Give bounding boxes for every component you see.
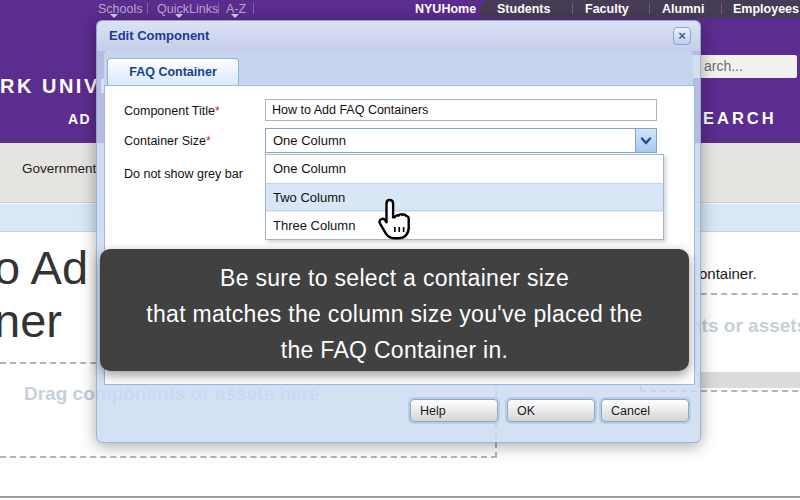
- edit-component-dialog: Edit Component × FAQ Container Component…: [96, 20, 701, 443]
- nav-item-nyuhome[interactable]: NYUHome: [415, 2, 476, 16]
- callout-line: Be sure to select a container size: [100, 260, 689, 296]
- grey-bar-label: Do not show grey bar: [124, 167, 243, 181]
- option-one-column[interactable]: One Column: [266, 155, 663, 183]
- page-heading-line1: o Ad: [0, 240, 88, 295]
- container-size-label: Container Size*: [124, 134, 211, 148]
- container-size-combobox[interactable]: One Column: [265, 128, 657, 153]
- cancel-button[interactable]: Cancel: [601, 399, 689, 422]
- combobox-trigger[interactable]: [635, 129, 656, 152]
- close-icon[interactable]: ×: [673, 27, 691, 45]
- component-title-label: Component Title*: [124, 104, 220, 118]
- nav-separator: [253, 3, 254, 14]
- nav-separator: [649, 3, 650, 14]
- grey-bar-component: [697, 372, 800, 388]
- page-bottom-divider: [0, 496, 800, 498]
- combobox-value: One Column: [273, 133, 346, 148]
- nav-separator: [218, 3, 219, 14]
- nav-item-government[interactable]: Government: [22, 161, 96, 176]
- chevron-down-icon: [640, 136, 652, 146]
- callout-line: the FAQ Container in.: [100, 332, 689, 368]
- nav-separator: [572, 3, 573, 14]
- ok-button[interactable]: OK: [507, 399, 595, 422]
- callout-line: that matches the column size you've plac…: [100, 296, 689, 332]
- nav-item-alumni[interactable]: Alumni: [662, 2, 704, 16]
- nav-item-employees[interactable]: Employees: [733, 2, 799, 16]
- nav-item-students[interactable]: Students: [497, 2, 550, 16]
- search-placeholder: arch...: [704, 58, 743, 74]
- component-title-field[interactable]: [265, 99, 657, 121]
- required-asterisk: *: [215, 104, 220, 118]
- nav-item-faculty[interactable]: Faculty: [585, 2, 629, 16]
- nav-item-schools[interactable]: Schools: [98, 2, 142, 16]
- utility-nav-bar: Schools QuickLinks A-Z NYUHome Students …: [0, 0, 800, 18]
- option-three-column[interactable]: Three Column: [266, 211, 663, 239]
- instruction-callout: Be sure to select a container size that …: [100, 249, 689, 371]
- tab-faq-container[interactable]: FAQ Container: [107, 58, 239, 85]
- required-asterisk: *: [206, 134, 211, 148]
- hand-cursor-icon: [373, 197, 415, 245]
- nav-item-quicklinks[interactable]: QuickLinks: [157, 2, 218, 16]
- option-two-column[interactable]: Two Column: [266, 183, 663, 211]
- dialog-titlebar[interactable]: Edit Component: [97, 21, 700, 51]
- help-button[interactable]: Help: [410, 399, 498, 422]
- main-nav-item-left[interactable]: AD: [68, 111, 91, 127]
- main-nav-item-research[interactable]: EARCH: [703, 109, 777, 128]
- label-text: Component Title: [124, 104, 215, 118]
- label-text: Container Size: [124, 134, 206, 148]
- page-heading-line2: ner: [0, 293, 62, 348]
- nav-separator: [721, 3, 722, 14]
- intro-text-fragment: ontainer.: [699, 265, 757, 282]
- nav-separator: [147, 3, 148, 14]
- container-size-dropdown-list: One Column Two Column Three Column: [265, 154, 664, 240]
